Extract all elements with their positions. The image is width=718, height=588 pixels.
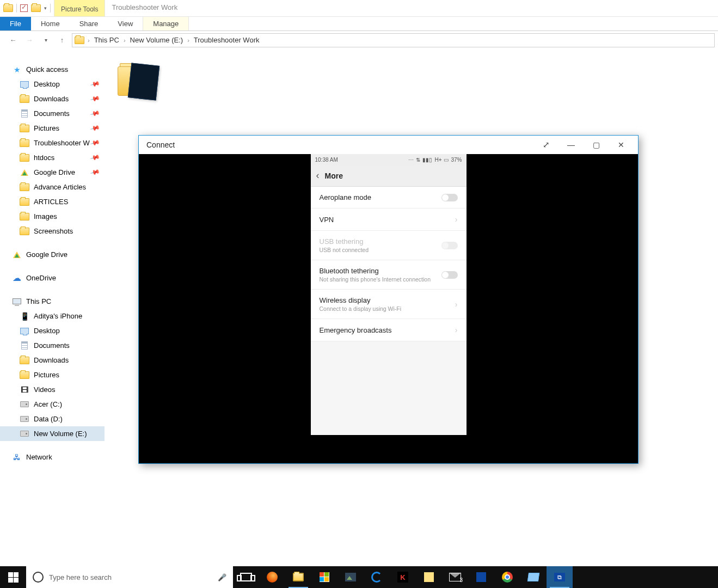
tree-item-label: Screenshots	[34, 227, 73, 235]
search-box[interactable]: Type here to search 🎤	[26, 566, 233, 588]
address-bar[interactable]: › This PC › New Volume (E:) › Troublesho…	[72, 33, 715, 47]
phone-setting-row[interactable]: Aeroplane mode	[311, 187, 467, 209]
chevron-right-icon[interactable]: ›	[124, 37, 126, 44]
tree-item-label: Google Drive	[34, 168, 75, 176]
tree-item[interactable]: Troubleshooter W📌	[0, 136, 105, 150]
taskbar-connect[interactable]: ⧉	[547, 566, 573, 588]
app-icon	[3, 4, 13, 12]
tree-item[interactable]: New Volume (E:)	[0, 426, 105, 441]
taskbar-chrome[interactable]	[494, 566, 520, 588]
connect-window: Connect ⤢ — ▢ ✕ 10:38 AM ⋯ ⇅ ▮▮▯ H+ ▭ 37…	[138, 135, 639, 464]
taskbar-container: Type here to search 🎤 K 3 ⧉	[0, 566, 718, 588]
contextual-tab-picture-tools[interactable]: Picture Tools	[54, 0, 105, 16]
tab-home[interactable]: Home	[31, 17, 70, 30]
tree-item[interactable]: Images	[0, 209, 105, 224]
mic-icon[interactable]: 🎤	[218, 573, 226, 581]
this-pc-header[interactable]: This PC	[0, 294, 105, 309]
tree-google-drive[interactable]: Google Drive	[0, 247, 105, 262]
toggle-switch[interactable]	[441, 271, 458, 279]
taskbar-photos[interactable]	[337, 566, 364, 588]
taskbar-file-explorer[interactable]	[285, 566, 311, 588]
qat-dropdown-icon[interactable]: ▾	[44, 5, 47, 11]
close-button[interactable]: ✕	[609, 137, 634, 153]
tree-item[interactable]: ARTICLES	[0, 194, 105, 209]
crumb-this-pc[interactable]: This PC	[91, 35, 122, 45]
tree-item-label: htdocs	[34, 154, 54, 162]
tree-item[interactable]: Pictures📌	[0, 121, 105, 136]
tree-item[interactable]: Downloads📌	[0, 91, 105, 106]
folder-icon	[20, 371, 29, 379]
phone-status-bar: 10:38 AM ⋯ ⇅ ▮▮▯ H+ ▭ 37%	[311, 154, 467, 165]
taskbar-edge[interactable]	[364, 566, 390, 588]
taskbar-app-k[interactable]: K	[390, 566, 416, 588]
quick-access-toolbar: ▾	[0, 0, 54, 16]
tree-item[interactable]: 📱Aditya's iPhone	[0, 309, 105, 323]
tree-item[interactable]: Downloads	[0, 353, 105, 367]
back-icon[interactable]: ‹	[316, 170, 320, 181]
minimize-button[interactable]: —	[559, 137, 584, 153]
chevron-right-icon[interactable]: ›	[187, 37, 189, 44]
taskbar-notes[interactable]	[520, 566, 547, 588]
crumb-folder[interactable]: Troubleshooter Work	[191, 35, 263, 45]
drive-icon	[20, 415, 29, 424]
fullscreen-button[interactable]: ⤢	[533, 137, 559, 153]
document-icon	[20, 109, 29, 118]
tree-onedrive[interactable]: ☁ OneDrive	[0, 271, 105, 285]
taskbar-sticky[interactable]	[416, 566, 442, 588]
taskbar-generic[interactable]	[468, 566, 494, 588]
tab-manage[interactable]: Manage	[143, 17, 189, 30]
new-folder-icon[interactable]	[31, 4, 41, 12]
window-title: Troubleshooter Work	[105, 0, 184, 16]
setting-title: Aeroplane mode	[320, 193, 441, 201]
tab-view[interactable]: View	[108, 17, 143, 30]
edge-icon	[371, 572, 382, 583]
tree-item[interactable]: 🎞Videos	[0, 382, 105, 397]
quick-access-header[interactable]: ★ Quick access	[0, 62, 105, 77]
phone-setting-row[interactable]: Emergency broadcasts›	[311, 319, 467, 341]
forward-button[interactable]: →	[23, 34, 36, 47]
task-view-button[interactable]	[233, 566, 259, 588]
phone-setting-row[interactable]: Wireless displayConnect to a display usi…	[311, 290, 467, 319]
back-button[interactable]: ←	[7, 34, 20, 47]
tree-network[interactable]: 🖧 Network	[0, 450, 105, 464]
tree-item[interactable]: Desktop	[0, 323, 105, 338]
recent-locations-button[interactable]: ▾	[39, 34, 52, 47]
tree-item[interactable]: Screenshots	[0, 224, 105, 238]
properties-icon[interactable]	[20, 4, 28, 12]
taskbar-store[interactable]	[311, 566, 337, 588]
tree-label: Google Drive	[26, 250, 67, 259]
tree-item[interactable]: Documents📌	[0, 106, 105, 121]
taskbar-firefox[interactable]	[259, 566, 285, 588]
folder-icon	[75, 36, 84, 44]
tree-item[interactable]: Pictures	[0, 367, 105, 382]
folder-icon	[293, 573, 304, 581]
tree-item[interactable]: Desktop📌	[0, 77, 105, 91]
phone-setting-row[interactable]: VPN›	[311, 209, 467, 231]
crumb-drive[interactable]: New Volume (E:)	[127, 35, 187, 45]
windows-icon	[8, 572, 19, 583]
tree-item[interactable]: Advance Articles	[0, 180, 105, 194]
connect-title-text: Connect	[146, 140, 175, 149]
tree-item-label: Data (D:)	[34, 415, 63, 423]
up-button[interactable]: ↑	[56, 34, 69, 47]
tree-item[interactable]: htdocs📌	[0, 150, 105, 165]
connect-titlebar[interactable]: Connect ⤢ — ▢ ✕	[139, 136, 638, 154]
tab-share[interactable]: Share	[70, 17, 108, 30]
maximize-button[interactable]: ▢	[584, 137, 609, 153]
navigation-pane: ★ Quick access Desktop📌Downloads📌Documen…	[0, 49, 105, 576]
taskbar-mail[interactable]: 3	[442, 566, 468, 588]
tree-item[interactable]: Acer (C:)	[0, 397, 105, 412]
start-button[interactable]	[0, 566, 26, 588]
tab-file[interactable]: File	[0, 17, 31, 30]
tree-item[interactable]: Data (D:)	[0, 412, 105, 426]
phone-screen: 10:38 AM ⋯ ⇅ ▮▮▯ H+ ▭ 37% ‹ More Aeropla…	[311, 154, 467, 435]
tree-item[interactable]: Documents	[0, 338, 105, 353]
separator	[16, 4, 17, 13]
folder-item[interactable]	[114, 59, 160, 105]
toggle-switch[interactable]	[441, 194, 458, 201]
chevron-right-icon[interactable]: ›	[88, 37, 90, 44]
phone-setting-row[interactable]: Bluetooth tetheringNot sharing this phon…	[311, 260, 467, 290]
tree-item[interactable]: Google Drive📌	[0, 165, 105, 180]
gdrive-icon	[20, 168, 29, 177]
tree-label: Quick access	[26, 65, 68, 74]
